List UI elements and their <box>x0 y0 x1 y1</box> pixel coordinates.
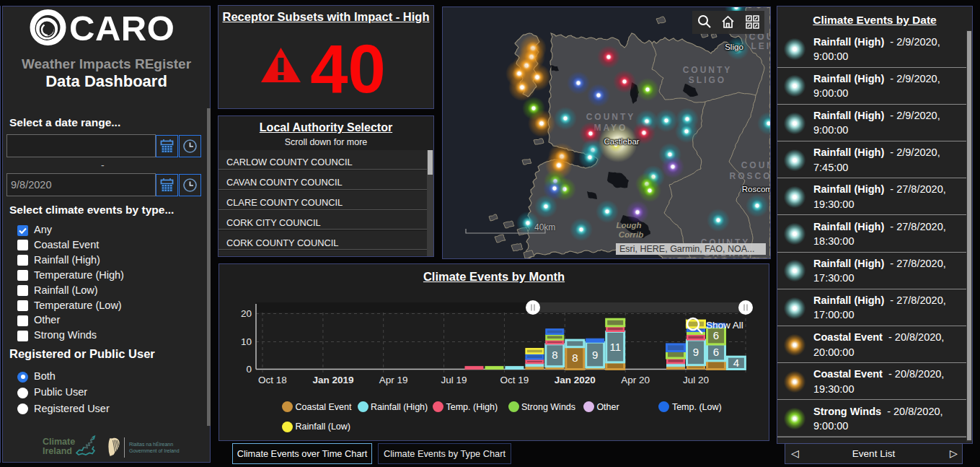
svg-text:6: 6 <box>713 346 719 358</box>
svg-text:20: 20 <box>241 308 252 319</box>
svg-text:6: 6 <box>713 329 719 341</box>
svg-text:10: 10 <box>241 336 252 347</box>
svg-text:COUNTY: COUNTY <box>683 65 733 75</box>
svg-text:11: 11 <box>609 341 621 353</box>
svg-text:Show All: Show All <box>706 320 743 331</box>
svg-text:0: 0 <box>246 364 252 375</box>
svg-text:Apr 20: Apr 20 <box>621 375 650 385</box>
svg-text:COUNTY: COUNTY <box>586 112 636 122</box>
svg-text:4: 4 <box>733 357 739 369</box>
svg-text:9: 9 <box>693 346 699 358</box>
svg-text:Corrib: Corrib <box>619 230 644 239</box>
svg-text:8: 8 <box>572 352 578 364</box>
svg-text:ROSCOMMON: ROSCOMMON <box>730 171 771 181</box>
svg-text:Apr 19: Apr 19 <box>379 375 408 385</box>
svg-text:Oct 19: Oct 19 <box>500 375 529 385</box>
svg-text:Jan 2019: Jan 2019 <box>312 375 353 385</box>
svg-text:SLIGO: SLIGO <box>689 75 726 85</box>
svg-text:LEITRIM: LEITRIM <box>751 41 771 51</box>
svg-text:Jul 19: Jul 19 <box>441 375 467 385</box>
svg-text:8: 8 <box>552 349 557 361</box>
svg-text:Jul 20: Jul 20 <box>683 375 709 385</box>
svg-text:Roscommon: Roscommon <box>742 185 770 193</box>
svg-text:Oct 18: Oct 18 <box>258 375 287 385</box>
svg-text:Jan 2020: Jan 2020 <box>555 375 596 385</box>
svg-text:COUNTY: COUNTY <box>741 160 770 170</box>
svg-text:40km: 40km <box>534 222 555 232</box>
svg-text:Sligo: Sligo <box>725 43 743 51</box>
svg-text:Castlebar: Castlebar <box>604 137 639 146</box>
svg-text:9: 9 <box>592 349 598 361</box>
